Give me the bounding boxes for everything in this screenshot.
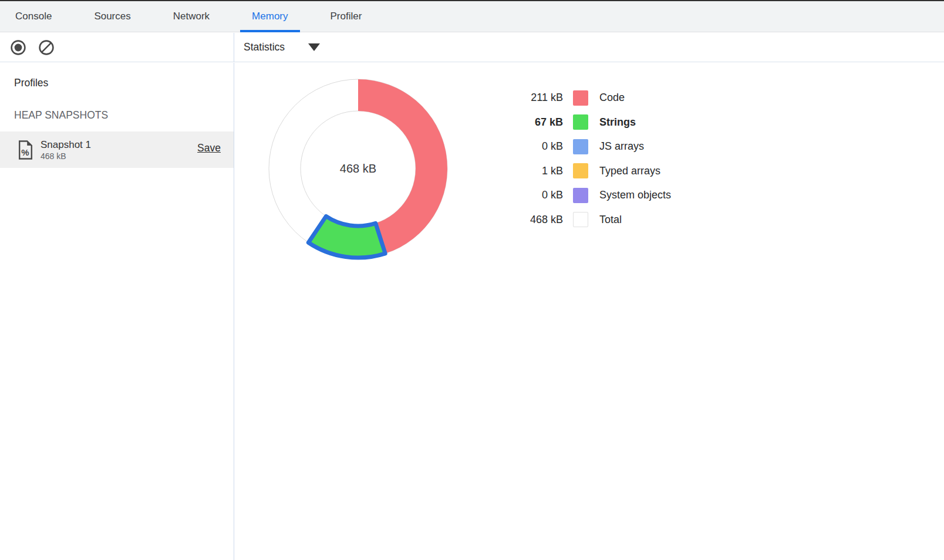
clear-icon [38,39,55,56]
save-link[interactable]: Save [197,142,221,154]
heap-snapshot-file-icon: % [18,140,33,160]
svg-text:%: % [21,147,29,157]
chart-legend: 211 kBCode67 kBStrings0 kBJS arrays1 kBT… [503,86,671,232]
view-selector-dropdown[interactable]: Statistics [244,41,320,53]
tab-network[interactable]: Network [161,1,221,32]
legend-value: 211 kB [503,92,563,104]
profiler-toolbar [0,33,234,62]
dropdown-triangle-icon [308,43,320,51]
legend-swatch-icon [573,90,588,106]
tab-console[interactable]: Console [4,1,63,32]
legend-swatch-icon [573,114,588,130]
legend-value: 0 kB [503,189,563,201]
slice-strings[interactable] [308,216,385,258]
legend-label: Typed arrays [599,165,660,177]
legend-label: JS arrays [599,140,644,153]
devtools-window: ConsoleSourcesNetworkMemoryProfiler Stat… [0,0,944,560]
legend-swatch-icon [573,188,588,203]
legend-label: System objects [599,189,671,201]
profiles-heading: Profiles [0,77,234,89]
toolbar: Statistics [0,33,944,62]
tab-memory[interactable]: Memory [240,1,299,32]
legend-item-code[interactable]: 211 kBCode [503,86,671,110]
legend-item-system-objects[interactable]: 0 kBSystem objects [503,183,671,208]
tab-profiler[interactable]: Profiler [319,1,374,32]
legend-swatch-icon [573,163,588,178]
donut-chart: 468 kB [247,57,470,280]
legend-item-typed-arrays[interactable]: 1 kBTyped arrays [503,159,671,184]
legend-item-strings[interactable]: 67 kBStrings [503,110,671,135]
record-button[interactable] [9,39,27,56]
legend-swatch-icon [573,139,588,154]
snapshot-list: %Snapshot 1468 kBSave [0,131,234,168]
legend-label: Total [599,214,622,226]
panel-body: Profiles HEAP SNAPSHOTS %Snapshot 1468 k… [0,63,944,560]
tab-sources[interactable]: Sources [82,1,142,32]
snapshot-item[interactable]: %Snapshot 1468 kBSave [0,131,234,168]
statistics-view: 468 kB 211 kBCode67 kBStrings0 kBJS arra… [234,63,944,560]
profiles-sidebar: Profiles HEAP SNAPSHOTS %Snapshot 1468 k… [0,63,234,560]
legend-value: 468 kB [503,214,563,226]
tab-bar: ConsoleSourcesNetworkMemoryProfiler [0,1,944,32]
record-icon [9,39,27,56]
snapshot-text: Snapshot 1468 kB [41,139,91,161]
tab-bar-tabs: ConsoleSourcesNetworkMemoryProfiler [4,1,373,32]
clear-button[interactable] [38,39,55,56]
legend-item-total[interactable]: 468 kBTotal [503,208,671,232]
legend-label: Strings [599,116,636,129]
chart-center-label: 468 kB [340,162,376,175]
legend-value: 67 kB [503,116,563,129]
snapshot-name: Snapshot 1 [41,139,91,151]
legend-label: Code [599,92,625,104]
heap-snapshots-heading: HEAP SNAPSHOTS [0,109,234,122]
snapshot-size: 468 kB [41,151,91,161]
legend-swatch-icon [573,212,588,227]
legend-item-js-arrays[interactable]: 0 kBJS arrays [503,134,671,159]
view-selector-label: Statistics [244,41,285,53]
legend-value: 1 kB [503,165,563,177]
legend-value: 0 kB [503,140,563,153]
